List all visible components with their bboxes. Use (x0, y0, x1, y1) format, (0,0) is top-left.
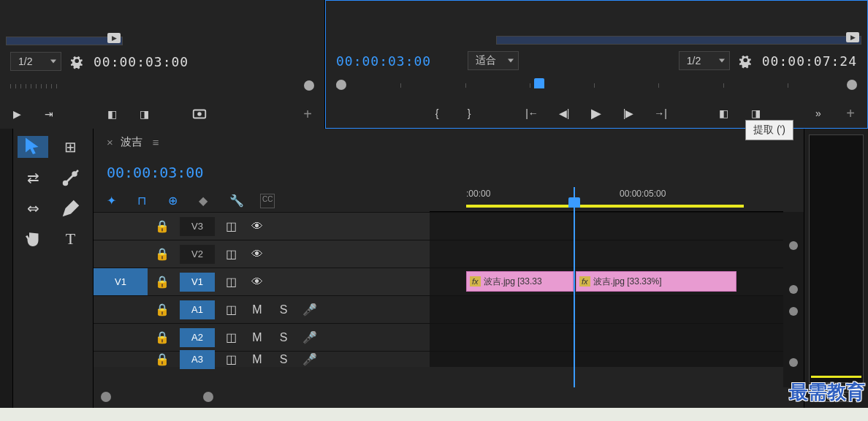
timeline-tracks[interactable]: :00:00 00:00:05:00 00:00:10:00 fx波吉.jpg … (430, 187, 783, 387)
solo-button[interactable]: S (270, 303, 297, 316)
toggle-output-icon[interactable]: 👁 (244, 220, 270, 233)
track-v1[interactable]: fx波吉.jpg [33.33 fx波吉.jpg [33.33%] (430, 268, 783, 295)
lock-icon[interactable]: 🔒 (148, 330, 177, 344)
source-zoom-dropdown[interactable]: 1/2 (10, 52, 61, 71)
program-playhead-timecode[interactable]: 00:00:03:00 (336, 53, 431, 69)
export-frame-icon[interactable] (191, 106, 208, 122)
track-label-a1[interactable]: A1 (180, 300, 215, 319)
program-duration-timecode[interactable]: 00:00:07:24 (762, 53, 857, 69)
source-panel: ▶ 1/2 00:00:03:00 ▶ ⇥ ◧ ◨ + (0, 0, 325, 129)
close-tab-icon[interactable]: × (107, 136, 113, 148)
track-v3[interactable] (430, 212, 783, 240)
sync-lock-icon[interactable]: ◫ (218, 247, 244, 261)
sync-lock-icon[interactable]: ◫ (218, 303, 244, 316)
time-ruler[interactable]: :00:00 00:00:05:00 00:00:10:00 (430, 187, 783, 212)
razor-tool-icon[interactable] (56, 167, 86, 189)
scrub-knob-left[interactable] (336, 80, 346, 90)
sequence-tab-label[interactable]: 波吉 (121, 135, 142, 149)
mark-out-icon[interactable]: ◨ (136, 106, 152, 122)
scrub-knob-right[interactable] (847, 80, 857, 90)
sync-lock-icon[interactable]: ◫ (218, 275, 244, 289)
timeline-playhead-timecode[interactable]: 00:00:03:00 (107, 164, 203, 181)
voice-over-icon[interactable]: 🎤 (297, 352, 323, 366)
insert-icon[interactable]: ⇥ (41, 106, 57, 122)
go-in-icon[interactable]: |← (524, 105, 540, 121)
source-timecode[interactable]: 00:00:03:00 (94, 54, 189, 69)
tab-menu-icon[interactable]: ≡ (153, 136, 159, 148)
pen-tool-icon[interactable] (56, 197, 86, 219)
sync-lock-icon[interactable]: ◫ (218, 330, 244, 344)
sync-lock-icon[interactable]: ◫ (218, 219, 244, 233)
clip-v1-1[interactable]: fx波吉.jpg [33.33 (466, 271, 574, 292)
voice-over-icon[interactable]: 🎤 (297, 330, 323, 344)
track-label-a3[interactable]: A3 (180, 350, 215, 369)
track-a2[interactable] (430, 323, 783, 351)
clip-v1-2[interactable]: fx波吉.jpg [33.33%] (576, 271, 736, 292)
settings-icon[interactable] (69, 53, 86, 70)
mark-out-icon[interactable]: } (461, 105, 477, 121)
play-badge-icon: ▶ (107, 33, 121, 43)
left-strip (0, 129, 13, 408)
settings-icon[interactable]: 🔧 (229, 194, 244, 208)
sync-lock-icon[interactable]: ◫ (218, 352, 244, 366)
rate-stretch-tool-icon[interactable]: ⇔ (18, 197, 48, 219)
lift-icon[interactable]: ◧ (715, 105, 731, 121)
vertical-scroll[interactable] (783, 212, 804, 387)
linked-selection-icon[interactable]: ⊕ (168, 194, 183, 208)
toggle-output-icon[interactable]: 👁 (244, 248, 270, 261)
program-zoom-dropdown[interactable]: 1/2 (679, 51, 730, 70)
program-monitor[interactable]: ▶ (496, 36, 861, 45)
source-scrub-bar[interactable] (10, 77, 314, 95)
scrub-knob[interactable] (304, 80, 314, 91)
hand-tool-icon[interactable] (18, 228, 48, 250)
solo-button[interactable]: S (270, 331, 297, 344)
lock-icon[interactable]: 🔒 (148, 219, 177, 233)
program-scrub-bar[interactable] (336, 77, 857, 94)
playhead-line[interactable] (574, 187, 575, 387)
solo-button[interactable]: S (270, 353, 297, 366)
toggle-output-icon[interactable]: 👁 (244, 276, 270, 289)
mark-in-icon[interactable]: ◧ (104, 106, 120, 122)
play-icon[interactable]: ▶ (9, 106, 25, 122)
mark-in-icon[interactable]: { (429, 105, 445, 121)
lock-icon[interactable]: 🔒 (148, 247, 177, 261)
track-label-v3[interactable]: V3 (180, 217, 215, 236)
add-button-icon[interactable]: + (300, 106, 316, 122)
selection-tool-icon[interactable] (18, 136, 48, 158)
extract-icon[interactable]: ◨ (747, 105, 764, 121)
program-scrub-playhead[interactable] (534, 78, 544, 88)
snap-icon[interactable]: ✦ (107, 194, 121, 208)
source-patch-v1[interactable]: V1 (94, 268, 148, 295)
track-v2[interactable] (430, 240, 783, 268)
track-a3[interactable] (430, 351, 783, 367)
mute-button[interactable]: M (244, 303, 270, 316)
track-label-a2[interactable]: A2 (180, 328, 215, 347)
track-label-v2[interactable]: V2 (180, 245, 215, 264)
go-out-icon[interactable]: →| (652, 105, 669, 121)
step-back-icon[interactable]: ◀| (556, 105, 572, 121)
step-fwd-icon[interactable]: |▶ (620, 105, 636, 121)
settings-icon[interactable] (737, 52, 755, 69)
source-monitor[interactable]: ▶ (6, 37, 123, 45)
play-icon[interactable]: ▶ (588, 105, 604, 121)
mute-button[interactable]: M (244, 353, 270, 366)
track-select-tool-icon[interactable]: ⊞ (56, 136, 86, 158)
work-area-bar[interactable] (466, 205, 744, 208)
more-icon[interactable]: » (810, 105, 826, 121)
lock-icon[interactable]: 🔒 (148, 275, 177, 289)
cc-icon[interactable]: CC (260, 194, 275, 208)
timeline-panel: × 波吉 ≡ 00:00:03:00 ✦ ⊓ ⊕ ◆ 🔧 CC 🔒 (94, 129, 804, 408)
marker-icon[interactable]: ◆ (199, 194, 213, 208)
mute-button[interactable]: M (244, 331, 270, 344)
horizontal-zoom-scroll[interactable] (101, 390, 796, 405)
program-fit-dropdown[interactable]: 适合 (468, 51, 519, 70)
type-tool-icon[interactable]: T (56, 228, 86, 250)
voice-over-icon[interactable]: 🎤 (297, 303, 323, 316)
magnet-icon[interactable]: ⊓ (137, 194, 152, 208)
lock-icon[interactable]: 🔒 (148, 352, 177, 366)
add-button-icon[interactable]: + (842, 105, 859, 121)
ripple-tool-icon[interactable]: ⇄ (18, 167, 48, 189)
lock-icon[interactable]: 🔒 (148, 303, 177, 316)
track-a1[interactable] (430, 295, 783, 323)
track-label-v1[interactable]: V1 (180, 273, 215, 292)
